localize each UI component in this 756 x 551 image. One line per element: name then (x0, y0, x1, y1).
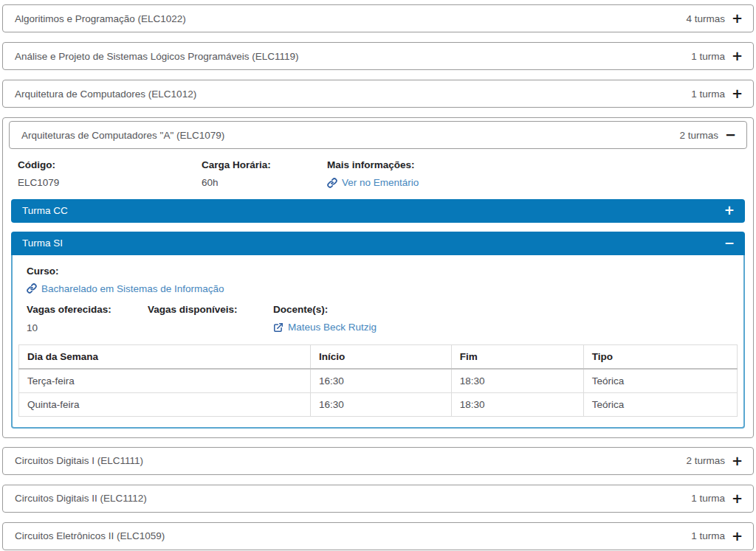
expand-icon[interactable]: + (732, 492, 743, 505)
collapse-icon[interactable]: − (725, 128, 736, 142)
course-count: 4 turmas (686, 13, 725, 24)
schedule-table: Dia da Semana Início Fim Tipo Terça-feir… (18, 344, 738, 417)
external-link-icon (273, 322, 284, 333)
carga-horaria-value: 60h (202, 177, 327, 188)
expand-icon[interactable]: + (724, 204, 735, 217)
link-icon (27, 283, 37, 294)
turma-si-label: Turma SI (22, 238, 63, 249)
expand-icon[interactable]: + (732, 530, 743, 543)
course-count: 1 turma (691, 530, 725, 541)
cell-fim: 18:30 (451, 369, 583, 393)
turma-cc-label: Turma CC (22, 205, 68, 216)
schedule-row: Quinta-feira 16:30 18:30 Teórica (19, 392, 738, 416)
cell-dia: Quinta-feira (19, 392, 311, 416)
course-offerings-page: Algoritimos e Programação (ELC1022) 4 tu… (0, 0, 756, 550)
mais-informacoes-label: Mais informações: (327, 159, 738, 170)
vagas-labels-row: Vagas oferecidas: Vagas disponíveis: Doc… (27, 304, 738, 315)
expand-icon[interactable]: + (732, 87, 743, 100)
course-header-elc1012[interactable]: Arquitetura de Computadores (ELC1012) 1 … (2, 80, 754, 108)
vagas-oferecidas-label: Vagas oferecidas: (27, 304, 148, 315)
course-title: Arquitetura de Computadores (ELC1012) (15, 89, 196, 100)
mais-informacoes-block: Mais informações: Ver no Ementário (327, 159, 738, 190)
course-title: Arquiteturas de Computadores "A" (ELC107… (21, 130, 224, 141)
expand-icon[interactable]: + (732, 12, 743, 25)
carga-horaria-block: Carga Horária: 60h (202, 159, 327, 190)
course-count-group: 1 turma + (691, 87, 743, 100)
course-title: Circuitos Eletrônicos II (ELC1059) (15, 530, 165, 541)
cell-inicio: 16:30 (311, 369, 452, 393)
expand-icon[interactable]: + (732, 454, 743, 468)
course-title: Análise e Projeto de Sistemas Lógicos Pr… (15, 51, 298, 62)
docentes-label: Docente(s): (273, 304, 738, 315)
course-item: Circuitos Digitais II (ELC1112) 1 turma … (2, 485, 754, 513)
course-item: Circuitos Digitais I (ELC1111) 2 turmas … (2, 447, 754, 475)
turma-cc-bar[interactable]: Turma CC + (11, 199, 745, 223)
col-header-inicio: Início (311, 344, 452, 369)
link-icon (327, 178, 337, 188)
course-count: 2 turmas (679, 130, 718, 141)
course-count-group: 2 turmas − (679, 128, 736, 142)
expand-icon[interactable]: + (732, 49, 743, 63)
schedule-row: Terça-feira 16:30 18:30 Teórica (19, 369, 738, 393)
vagas-disponiveis-label: Vagas disponíveis: (148, 304, 273, 315)
course-title: Circuitos Digitais II (ELC1112) (15, 493, 147, 504)
course-count-group: 1 turma + (691, 49, 743, 63)
cell-tipo: Teórica (583, 369, 737, 393)
course-count-group: 2 turmas + (686, 454, 743, 468)
collapse-icon[interactable]: − (724, 237, 735, 249)
course-count: 1 turma (691, 493, 725, 504)
course-header-elc1059[interactable]: Circuitos Eletrônicos II (ELC1059) 1 tur… (2, 522, 754, 550)
docente-link-label: Mateus Beck Rutzig (288, 322, 377, 333)
vagas-values-row: 10 Mateus Beck Rutzig (27, 322, 738, 335)
course-title: Circuitos Digitais I (ELC1111) (15, 455, 143, 466)
turma-si-bar[interactable]: Turma SI − (11, 232, 745, 255)
turma-si-panel: Curso: Bacharelado em Sistemas de Inform… (11, 255, 745, 429)
col-header-dia: Dia da Semana (19, 344, 311, 369)
course-count: 1 turma (691, 51, 725, 62)
course-item: Algoritimos e Programação (ELC1022) 4 tu… (2, 4, 754, 32)
schedule-header-row: Dia da Semana Início Fim Tipo (19, 344, 738, 369)
codigo-label: Código: (18, 159, 202, 170)
ementario-link-label: Ver no Ementário (342, 177, 419, 188)
codigo-block: Código: ELC1079 (18, 159, 202, 190)
course-item: Circuitos Eletrônicos II (ELC1059) 1 tur… (2, 522, 754, 550)
col-header-fim: Fim (451, 344, 583, 369)
curso-link-label: Bacharelado em Sistemas de Informação (41, 283, 224, 294)
course-count-group: 4 turmas + (686, 12, 743, 25)
carga-horaria-label: Carga Horária: (202, 159, 327, 170)
docente-link[interactable]: Mateus Beck Rutzig (273, 322, 377, 333)
course-count: 2 turmas (686, 455, 725, 466)
course-header-elc1111[interactable]: Circuitos Digitais I (ELC1111) 2 turmas … (2, 447, 754, 475)
ementario-link[interactable]: Ver no Ementário (327, 177, 419, 188)
course-item: Arquitetura de Computadores (ELC1012) 1 … (2, 80, 754, 108)
course-count-group: 1 turma + (691, 492, 743, 505)
course-header-elc1022[interactable]: Algoritimos e Programação (ELC1022) 4 tu… (2, 4, 754, 32)
cell-fim: 18:30 (451, 392, 583, 416)
course-count-group: 1 turma + (691, 530, 743, 543)
cell-dia: Terça-feira (19, 369, 311, 393)
course-item: Análise e Projeto de Sistemas Lógicos Pr… (2, 42, 754, 70)
cell-inicio: 16:30 (311, 392, 452, 416)
course-header-elc1119[interactable]: Análise e Projeto de Sistemas Lógicos Pr… (2, 42, 754, 70)
vagas-oferecidas-value: 10 (27, 322, 148, 333)
cell-tipo: Teórica (583, 392, 737, 416)
col-header-tipo: Tipo (583, 344, 737, 369)
course-count: 1 turma (691, 89, 725, 100)
codigo-value: ELC1079 (18, 177, 202, 188)
course-details-row: Código: ELC1079 Carga Horária: 60h Mais … (18, 159, 738, 190)
curso-label: Curso: (27, 266, 738, 277)
course-title: Algoritimos e Programação (ELC1022) (15, 13, 186, 24)
course-item-expanded-elc1079: Arquiteturas de Computadores "A" (ELC107… (2, 117, 754, 438)
curso-link[interactable]: Bacharelado em Sistemas de Informação (27, 283, 224, 294)
course-header-elc1112[interactable]: Circuitos Digitais II (ELC1112) 1 turma … (2, 485, 754, 513)
course-header-elc1079[interactable]: Arquiteturas de Computadores "A" (ELC107… (9, 121, 747, 149)
